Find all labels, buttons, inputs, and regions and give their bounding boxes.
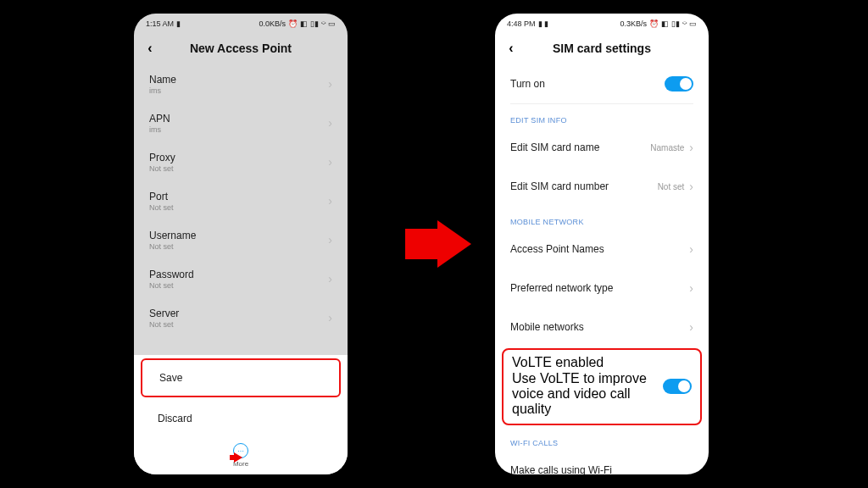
row-sub: Not set — [149, 281, 328, 290]
row-name[interactable]: Name ims › — [134, 64, 348, 103]
row-label: Make calls using Wi-Fi — [510, 464, 693, 474]
titlebar-left: ‹ New Access Point — [134, 32, 348, 64]
discard-button[interactable]: Discard — [141, 401, 341, 436]
sim-settings-list[interactable]: Turn on EDIT SIM INFO Edit SIM card name… — [495, 64, 709, 474]
row-edit-sim-name[interactable]: Edit SIM card name Namaste › — [495, 128, 709, 167]
row-edit-sim-number[interactable]: Edit SIM card number Not set › — [495, 167, 709, 206]
chevron-right-icon: › — [328, 77, 332, 91]
screen-right: 4:48 PM ▮ ▮ 0.3KB/s ⏰ ◧ ▯▮ ⌔ ▭ ‹ SIM car… — [495, 14, 709, 474]
row-preferred-network[interactable]: Preferred network type › — [495, 269, 709, 308]
wifi-icon: ⌔ — [321, 19, 326, 28]
row-label: Password — [149, 269, 328, 280]
alarm-icon: ⏰ — [288, 19, 298, 28]
back-button[interactable]: ‹ — [142, 41, 158, 56]
battery-icon: ▭ — [328, 19, 336, 28]
page-title: New Access Point — [158, 42, 324, 55]
statusbar-left: 1:15 AM ▮ 0.0KB/s ⏰ ◧ ▯▮ ⌔ ▭ — [134, 14, 348, 32]
screen-left: 1:15 AM ▮ 0.0KB/s ⏰ ◧ ▯▮ ⌔ ▭ ‹ New Acces… — [134, 14, 348, 474]
row-sub: Not set — [149, 320, 328, 329]
signal-icon: ▯▮ — [671, 19, 680, 28]
section-edit-sim: EDIT SIM INFO — [495, 104, 709, 128]
row-label: Preferred network type — [510, 282, 689, 294]
toggle-on[interactable] — [665, 76, 693, 92]
row-turn-on[interactable]: Turn on — [495, 64, 709, 103]
row-label: Server — [149, 308, 328, 319]
chevron-right-icon: › — [328, 116, 332, 130]
row-sub: Not set — [149, 242, 328, 251]
chevron-right-icon: › — [328, 194, 332, 208]
toggle-volte[interactable] — [663, 379, 692, 394]
row-sub: Not set — [149, 203, 328, 212]
row-username[interactable]: Username Not set › — [134, 220, 348, 259]
row-server[interactable]: Server Not set › — [134, 298, 348, 337]
titlebar-right: ‹ SIM card settings — [495, 32, 709, 64]
row-volte-enabled[interactable]: VoLTE enabled Use VoLTE to improve voice… — [502, 348, 702, 425]
wifi-icon: ⌔ — [682, 19, 687, 28]
chevron-right-icon: › — [328, 311, 332, 324]
row-wifi-calls[interactable]: Make calls using Wi-Fi — [495, 451, 709, 474]
chevron-right-icon: › — [328, 155, 332, 169]
phone-left: 1:15 AM ▮ 0.0KB/s ⏰ ◧ ▯▮ ⌔ ▭ ‹ New Acces… — [127, 7, 354, 481]
battery-icon: ▭ — [689, 19, 697, 28]
annotation-arrow-small — [234, 452, 242, 463]
alarm-icon: ⏰ — [649, 19, 659, 28]
chevron-right-icon: › — [689, 141, 693, 154]
row-label: Edit SIM card name — [510, 141, 650, 153]
status-time: 1:15 AM — [146, 19, 174, 28]
row-label: Username — [149, 230, 328, 241]
row-mobile-networks[interactable]: Mobile networks › — [495, 308, 709, 347]
row-label: Name — [149, 74, 328, 86]
row-apn[interactable]: Access Point Names › — [495, 230, 709, 269]
row-label: APN — [149, 113, 328, 125]
chevron-right-icon: › — [328, 272, 332, 286]
row-label: Turn on — [510, 78, 665, 90]
row-label: Port — [149, 191, 328, 202]
sim-icon: ◧ — [661, 19, 669, 28]
save-button[interactable]: Save — [141, 358, 341, 397]
chevron-right-icon: › — [689, 242, 693, 256]
phone-right: 4:48 PM ▮ ▮ 0.3KB/s ⏰ ◧ ▯▮ ⌔ ▭ ‹ SIM car… — [488, 7, 715, 481]
row-label: Proxy — [149, 152, 328, 164]
chevron-right-icon: › — [689, 281, 693, 295]
chevron-right-icon: › — [689, 320, 693, 334]
chevron-right-icon: › — [689, 180, 693, 193]
row-value: Namaste — [650, 143, 684, 152]
status-rate: 0.3KB/s — [620, 19, 647, 28]
section-wifi-calls: WI-FI CALLS — [495, 427, 709, 451]
statusbar-right: 4:48 PM ▮ ▮ 0.3KB/s ⏰ ◧ ▯▮ ⌔ ▭ — [495, 14, 709, 32]
back-button[interactable]: ‹ — [504, 41, 519, 56]
row-sub: Not set — [149, 164, 328, 173]
chevron-right-icon: › — [328, 233, 332, 247]
status-time: 4:48 PM — [507, 19, 536, 28]
section-mobile-network: MOBILE NETWORK — [495, 206, 709, 230]
row-sub: Use VoLTE to improve voice and video cal… — [512, 371, 663, 417]
row-sub: ims — [149, 125, 328, 134]
row-apn[interactable]: APN ims › — [134, 103, 348, 142]
row-value: Not set — [658, 182, 685, 191]
row-port[interactable]: Port Not set › — [134, 181, 348, 220]
signal-icon: ▯▮ — [310, 19, 319, 28]
status-rate: 0.0KB/s — [259, 19, 286, 28]
row-label: Edit SIM card number — [510, 180, 658, 192]
page-title: SIM card settings — [519, 42, 685, 55]
row-password[interactable]: Password Not set › — [134, 259, 348, 298]
recording-icon: ▮ ▮ — [538, 19, 549, 28]
row-label: VoLTE enabled — [512, 355, 663, 370]
row-label: Mobile networks — [510, 321, 689, 333]
row-proxy[interactable]: Proxy Not set › — [134, 142, 348, 181]
row-sub: ims — [149, 86, 328, 95]
recording-icon: ▮ — [176, 19, 181, 28]
row-label: Access Point Names — [510, 243, 689, 255]
sim-icon: ◧ — [300, 19, 308, 28]
